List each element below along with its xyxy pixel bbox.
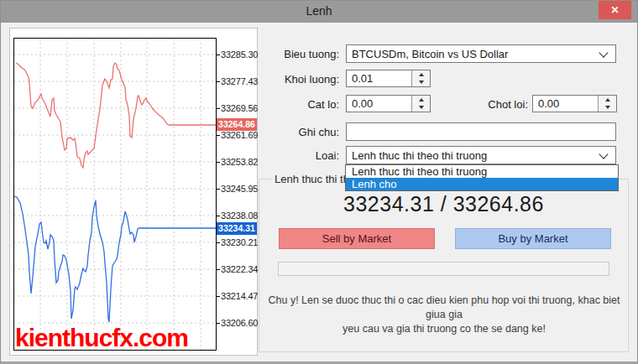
axis-tick-label: 33238.08 bbox=[221, 211, 258, 221]
symbol-label: Bieu tuong: bbox=[238, 48, 339, 60]
axis-tick-label: 33206.60 bbox=[221, 318, 258, 328]
order-type-value: Lenh thuc thi theo thi truong bbox=[352, 149, 595, 162]
tick-chart-panel: 33264.86 33234.31 33285.3033277.4333269.… bbox=[9, 28, 258, 356]
spin-down-button[interactable] bbox=[599, 104, 616, 112]
axis-tick-label: 33245.95 bbox=[221, 184, 258, 194]
comment-input[interactable] bbox=[346, 122, 616, 141]
close-icon: ✕ bbox=[610, 5, 619, 15]
price-display: 33234.31 / 33264.86 bbox=[259, 192, 629, 216]
spin-down-button[interactable] bbox=[412, 79, 430, 87]
axis-tick-label: 33214.47 bbox=[221, 291, 258, 301]
spin-down-button[interactable] bbox=[412, 104, 430, 112]
spin-up-button[interactable] bbox=[412, 70, 430, 79]
dropdown-option-pending[interactable]: Lenh cho bbox=[346, 178, 618, 190]
chevron-down-icon bbox=[599, 149, 608, 159]
spin-up-icon bbox=[605, 98, 610, 101]
takeprofit-input[interactable]: 0.00 bbox=[532, 95, 617, 112]
takeprofit-spinner-buttons[interactable] bbox=[598, 96, 616, 112]
volume-spinner-buttons[interactable] bbox=[411, 70, 430, 86]
comment-label: Ghi chu: bbox=[238, 126, 339, 138]
bid-price-badge: 33234.31 bbox=[217, 222, 257, 235]
warning-text: Chu y! Len se duoc thuc thi o cac dieu k… bbox=[263, 294, 625, 336]
spin-up-button[interactable] bbox=[599, 96, 616, 104]
watermark: kienthucfx.com bbox=[15, 324, 188, 352]
spin-down-icon bbox=[419, 81, 424, 84]
buy-by-market-button[interactable]: Buy by Market bbox=[455, 228, 611, 249]
spin-up-icon bbox=[419, 73, 424, 76]
takeprofit-label: Chot loi: bbox=[444, 98, 528, 111]
spin-up-icon bbox=[419, 98, 424, 101]
symbol-select[interactable]: BTCUSDm, Bitcoin vs US Dollar bbox=[346, 44, 616, 63]
order-type-dropdown: Lenh thuc thi theo thi truong Lenh cho bbox=[345, 164, 619, 191]
stoploss-value: 0.00 bbox=[347, 96, 411, 112]
volume-input[interactable]: 0.01 bbox=[346, 70, 431, 87]
stoploss-label: Cat lo: bbox=[238, 98, 339, 111]
spin-down-icon bbox=[605, 106, 610, 109]
warning-line-1: Chu y! Len se duoc thuc thi o cac dieu k… bbox=[263, 294, 625, 322]
stoploss-input[interactable]: 0.00 bbox=[346, 95, 431, 112]
order-dialog-window: Lenh ✕ 33264.86 33234.31 33285.3033277.4… bbox=[0, 0, 638, 364]
chevron-down-icon bbox=[599, 48, 608, 57]
symbol-value: BTCUSDm, Bitcoin vs US Dollar bbox=[352, 48, 595, 60]
sell-by-market-button[interactable]: Sell by Market bbox=[279, 228, 435, 249]
warning-line-2: yeu cau va gia thi truong co the se dang… bbox=[263, 322, 625, 336]
takeprofit-value: 0.00 bbox=[533, 96, 598, 112]
volume-label: Khoi luong: bbox=[238, 73, 339, 86]
volume-value: 0.01 bbox=[347, 70, 411, 86]
stoploss-spinner-buttons[interactable] bbox=[411, 96, 430, 112]
close-button[interactable]: ✕ bbox=[599, 1, 631, 19]
axis-tick-label: 33230.21 bbox=[221, 237, 258, 247]
spin-up-button[interactable] bbox=[412, 96, 430, 104]
order-type-select[interactable]: Lenh thuc thi theo thi truong bbox=[346, 146, 616, 164]
spin-down-icon bbox=[419, 106, 424, 109]
axis-tick-label: 33222.34 bbox=[221, 264, 258, 274]
dropdown-option-market[interactable]: Lenh thuc thi theo thi truong bbox=[346, 165, 618, 178]
tick-chart-plot bbox=[13, 38, 217, 351]
window-title: Lenh bbox=[1, 4, 637, 18]
progress-bar bbox=[278, 262, 609, 276]
title-bar[interactable]: Lenh ✕ bbox=[1, 1, 637, 23]
order-type-label: Loai: bbox=[238, 149, 339, 162]
